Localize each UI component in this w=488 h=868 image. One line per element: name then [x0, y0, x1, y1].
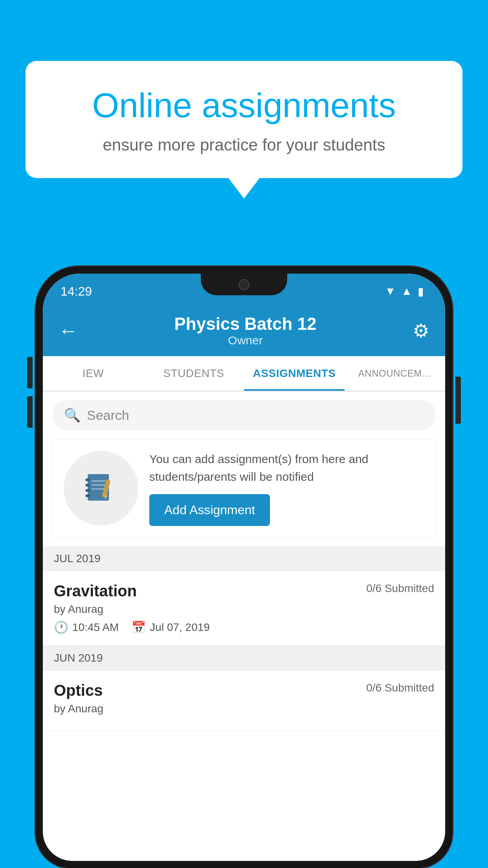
svg-rect-5 [91, 480, 105, 481]
power-button[interactable] [455, 377, 461, 424]
add-assignment-button[interactable]: Add Assignment [149, 494, 270, 526]
search-icon: 🔍 [64, 407, 81, 423]
svg-rect-6 [91, 484, 105, 485]
phone-screen: 14:29 ▼ ▲ ▮ ← Physics Batch 12 Owner ⚙ I… [43, 274, 445, 861]
app-bar: ← Physics Batch 12 Owner ⚙ [43, 305, 445, 356]
assignment-meta-gravitation: 🕐 10:45 AM 📅 Jul 07, 2019 [54, 620, 434, 634]
tab-iew[interactable]: IEW [43, 356, 143, 391]
phone-frame: 14:29 ▼ ▲ ▮ ← Physics Batch 12 Owner ⚙ I… [36, 267, 452, 868]
promo-text-area: You can add assignment(s) from here and … [149, 450, 424, 526]
front-camera [238, 279, 250, 290]
volume-down-button[interactable] [27, 396, 33, 428]
app-bar-title-section: Physics Batch 12 Owner [78, 314, 413, 347]
content-area: 🔍 Search [43, 392, 445, 731]
search-input[interactable]: Search [87, 408, 129, 423]
search-bar[interactable]: 🔍 Search [52, 400, 436, 430]
assignment-title-optics: Optics [54, 682, 103, 699]
clock-icon: 🕐 [54, 620, 68, 634]
bubble-subtitle: ensure more practice for your students [53, 136, 435, 154]
svg-rect-2 [86, 484, 90, 486]
settings-button[interactable]: ⚙ [413, 320, 429, 342]
tab-assignments[interactable]: ASSIGNMENTS [244, 356, 345, 391]
back-button[interactable]: ← [59, 319, 78, 342]
assignment-by-gravitation: by Anurag [54, 603, 434, 616]
speech-bubble: Online assignments ensure more practice … [26, 61, 462, 178]
assignment-top: Gravitation 0/6 Submitted [54, 582, 434, 600]
svg-rect-4 [86, 494, 90, 497]
battery-icon: ▮ [418, 285, 424, 298]
assignment-item-optics[interactable]: Optics 0/6 Submitted by Anurag [43, 671, 445, 731]
app-bar-subtitle: Owner [78, 334, 413, 347]
assignment-item-gravitation[interactable]: Gravitation 0/6 Submitted by Anurag 🕐 10… [43, 571, 445, 645]
svg-rect-7 [91, 488, 105, 489]
assignment-submitted-gravitation: 0/6 Submitted [366, 582, 434, 595]
svg-rect-3 [86, 489, 90, 492]
section-header-jun: JUN 2019 [43, 645, 445, 671]
volume-up-button[interactable] [27, 357, 33, 388]
calendar-icon: 📅 [131, 620, 146, 634]
app-bar-title: Physics Batch 12 [78, 314, 413, 334]
promo-description: You can add assignment(s) from here and … [149, 450, 424, 485]
tabs-bar: IEW STUDENTS ASSIGNMENTS ANNOUNCEM… [43, 356, 445, 392]
section-header-jul: JUL 2019 [43, 546, 445, 571]
speech-bubble-container: Online assignments ensure more practice … [26, 61, 462, 178]
status-time: 14:29 [61, 284, 92, 299]
phone-notch [201, 274, 287, 295]
assignment-top-optics: Optics 0/6 Submitted [54, 682, 434, 699]
wifi-icon: ▼ [385, 285, 396, 298]
signal-icon: ▲ [401, 285, 412, 298]
assignment-by-optics: by Anurag [54, 702, 434, 715]
bubble-title: Online assignments [53, 86, 435, 125]
tab-announcements[interactable]: ANNOUNCEM… [345, 356, 445, 391]
assignment-title-gravitation: Gravitation [54, 582, 137, 600]
notebook-icon [83, 471, 119, 506]
assignment-submitted-optics: 0/6 Submitted [366, 682, 434, 694]
promo-card: You can add assignment(s) from here and … [52, 439, 436, 537]
assignment-date-gravitation: 📅 Jul 07, 2019 [131, 620, 210, 634]
tab-students[interactable]: STUDENTS [143, 356, 244, 391]
assignment-time-gravitation: 🕐 10:45 AM [54, 620, 119, 634]
status-icons: ▼ ▲ ▮ [385, 285, 424, 298]
promo-icon-circle [64, 451, 138, 526]
svg-rect-1 [86, 478, 90, 481]
